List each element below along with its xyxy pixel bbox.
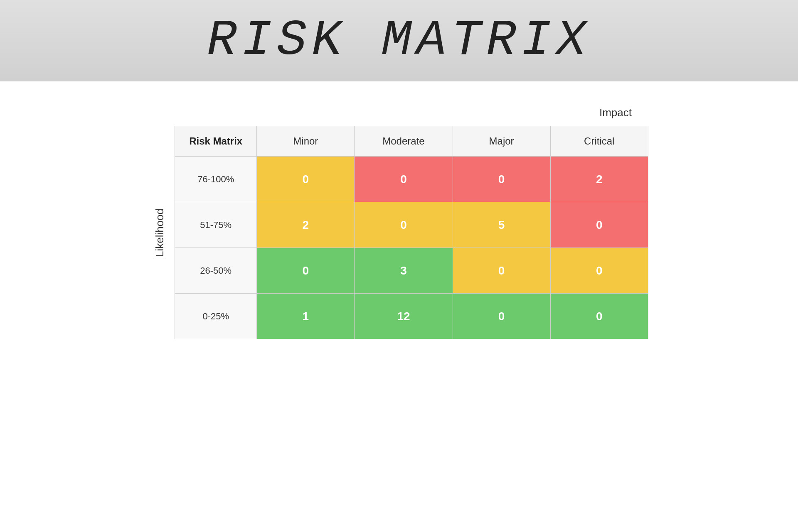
matrix-cell-r1-c0: 2 (257, 202, 355, 248)
matrix-cell-r3-c1: 12 (355, 294, 453, 339)
corner-header: Risk Matrix (175, 126, 257, 157)
col-header-critical: Critical (550, 126, 648, 157)
likelihood-label: Likelihood (154, 208, 167, 257)
risk-matrix-table: Risk Matrix Minor Moderate Major Critica… (175, 126, 648, 339)
matrix-cell-r3-c3: 0 (550, 294, 648, 339)
matrix-row: 26-50%0300 (175, 248, 648, 294)
matrix-container: Impact Likelihood Risk Matrix Minor Mode… (150, 106, 648, 339)
col-header-minor: Minor (257, 126, 355, 157)
matrix-cell-r3-c2: 0 (453, 294, 550, 339)
matrix-cell-r0-c2: 0 (453, 157, 550, 202)
likelihood-label-container: Likelihood (150, 126, 170, 339)
matrix-cell-r3-c0: 1 (257, 294, 355, 339)
row-label-3: 0-25% (175, 294, 257, 339)
matrix-cell-r2-c3: 0 (550, 248, 648, 294)
matrix-cell-r2-c0: 0 (257, 248, 355, 294)
matrix-cell-r2-c2: 0 (453, 248, 550, 294)
matrix-cell-r1-c3: 0 (550, 202, 648, 248)
matrix-wrapper: Likelihood Risk Matrix Minor Moderate Ma… (150, 126, 648, 339)
matrix-cell-r2-c1: 3 (355, 248, 453, 294)
matrix-cell-r0-c0: 0 (257, 157, 355, 202)
impact-label: Impact (599, 106, 632, 119)
header-banner: RISK MATRIX (0, 0, 798, 81)
col-header-moderate: Moderate (355, 126, 453, 157)
matrix-row: 51-75%2050 (175, 202, 648, 248)
row-label-1: 51-75% (175, 202, 257, 248)
matrix-header-row: Risk Matrix Minor Moderate Major Critica… (175, 126, 648, 157)
main-title: RISK MATRIX (207, 12, 591, 69)
matrix-cell-r0-c1: 0 (355, 157, 453, 202)
matrix-cell-r1-c2: 5 (453, 202, 550, 248)
matrix-cell-r0-c3: 2 (550, 157, 648, 202)
matrix-cell-r1-c1: 0 (355, 202, 453, 248)
row-label-2: 26-50% (175, 248, 257, 294)
matrix-row: 76-100%0002 (175, 157, 648, 202)
col-header-major: Major (453, 126, 550, 157)
matrix-row: 0-25%11200 (175, 294, 648, 339)
row-label-0: 76-100% (175, 157, 257, 202)
